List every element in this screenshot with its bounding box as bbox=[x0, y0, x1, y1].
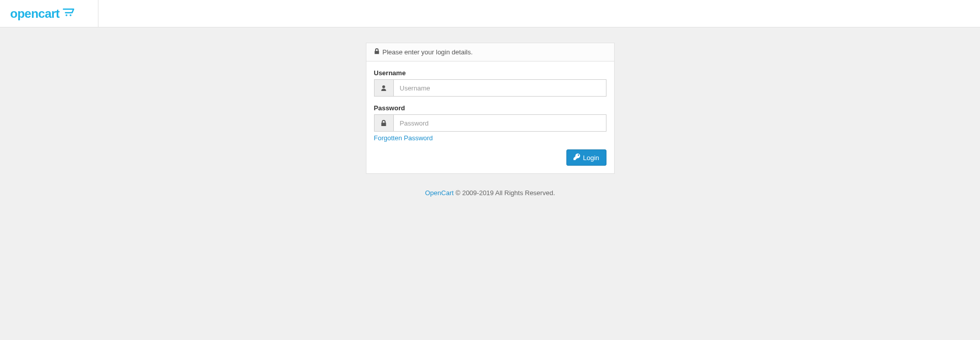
footer-link[interactable]: OpenCart bbox=[425, 189, 453, 197]
lock-icon bbox=[374, 114, 393, 132]
password-group: Password Forgotten Password bbox=[374, 104, 606, 142]
cart-icon bbox=[62, 8, 78, 19]
logo-text: opencart bbox=[10, 7, 59, 21]
logo[interactable]: opencart bbox=[10, 7, 78, 21]
login-panel: Please enter your login details. Usernam… bbox=[366, 43, 615, 174]
password-input[interactable] bbox=[393, 114, 606, 132]
username-label: Username bbox=[374, 69, 606, 77]
lock-icon bbox=[374, 48, 380, 56]
panel-title: Please enter your login details. bbox=[383, 48, 473, 56]
header: opencart bbox=[0, 0, 980, 27]
username-group: Username bbox=[374, 69, 606, 97]
login-button-label: Login bbox=[583, 154, 599, 162]
forgotten-password-link[interactable]: Forgotten Password bbox=[374, 134, 433, 142]
login-button[interactable]: Login bbox=[566, 149, 606, 166]
user-icon bbox=[374, 79, 393, 97]
svg-point-1 bbox=[70, 14, 72, 16]
svg-point-0 bbox=[66, 14, 68, 16]
password-label: Password bbox=[374, 104, 606, 112]
username-input[interactable] bbox=[393, 79, 606, 97]
key-icon bbox=[573, 153, 580, 162]
footer-rights: © 2009-2019 All Rights Reserved. bbox=[454, 189, 555, 197]
divider bbox=[98, 0, 98, 27]
footer: OpenCart © 2009-2019 All Rights Reserved… bbox=[366, 189, 615, 197]
panel-heading: Please enter your login details. bbox=[366, 43, 614, 61]
